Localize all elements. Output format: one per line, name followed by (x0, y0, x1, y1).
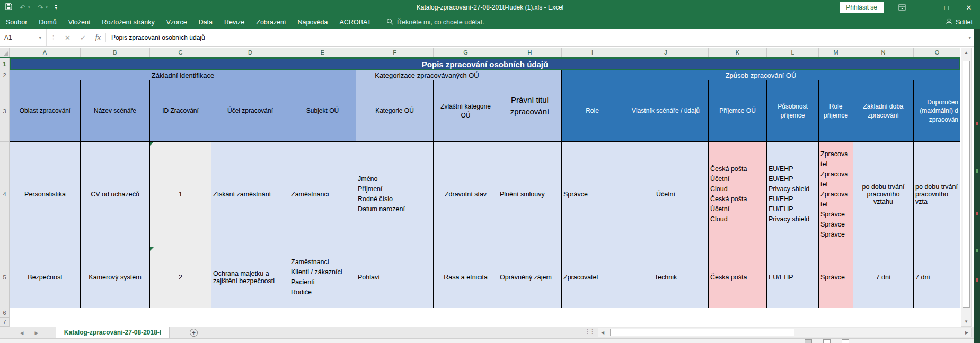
header-id[interactable]: ID Zracování (150, 80, 211, 142)
column-header-e[interactable]: E (289, 48, 356, 57)
header-pravni-titul[interactable]: Právní titul zpracování (498, 70, 562, 142)
cell-prijemce-1[interactable]: Česká pošta Účetní Cloud Česká pošta Úče… (709, 142, 767, 247)
customize-qat-icon[interactable]: ▾ (55, 5, 57, 10)
tab-napoveda[interactable]: Nápověda (292, 15, 334, 29)
header-subjekt[interactable]: Subjekt OÚ (289, 80, 356, 142)
sign-in-button[interactable]: Přihlásit se (840, 2, 884, 13)
select-all-button[interactable] (0, 48, 10, 57)
cell-nazev-2[interactable]: Kamerový systém (81, 247, 150, 308)
cell-zvlastni-2[interactable]: Rasa a etnicita (434, 247, 498, 308)
formula-input[interactable]: Popis zpracování osobních údajů (106, 34, 974, 41)
row-header-3[interactable]: 3 (0, 80, 10, 142)
tab-rozlozeni-stranky[interactable]: Rozložení stránky (96, 15, 160, 29)
band-zakladni-identifikace[interactable]: Základní identifikace (10, 70, 356, 80)
prev-sheet-icon[interactable]: ◀ (16, 327, 28, 339)
tab-soubor[interactable]: Soubor (0, 15, 33, 29)
column-header-n[interactable]: N (853, 48, 914, 57)
view-page-layout-button[interactable] (823, 339, 831, 343)
scroll-up-icon[interactable]: ▲ (961, 48, 971, 57)
header-pusobnost[interactable]: Působnost příjemce (767, 80, 819, 142)
tell-me-box[interactable]: Řekněte mi, co chcete udělat. (386, 18, 484, 26)
tab-domu[interactable]: Domů (33, 15, 62, 29)
column-header-h[interactable]: H (498, 48, 562, 57)
undo-icon[interactable]: ↶ (20, 4, 25, 12)
header-oblast[interactable]: Oblast zpracování (10, 80, 81, 142)
cell-oblast-1[interactable]: Personalistika (10, 142, 81, 247)
cell-subjekt-2[interactable]: Zaměstnanci Klienti / zákazníci Pacienti… (289, 247, 356, 308)
cell-zvlastni-1[interactable]: Zdravotní stav (434, 142, 498, 247)
ribbon-display-options-icon[interactable] (891, 0, 913, 15)
column-header-b[interactable]: B (81, 48, 150, 57)
cell-subjekt-1[interactable]: Zaměstnanci (289, 142, 356, 247)
cell-zakladni-doba-2[interactable]: 7 dní (853, 247, 914, 308)
cell-title[interactable]: Popis zpracování osobních údajů (10, 58, 960, 70)
cell-zakladni-doba-1[interactable]: po dobu trvání pracovního vztahu (853, 142, 914, 247)
insert-function-icon[interactable]: fx (91, 33, 106, 42)
maximize-button[interactable]: □ (935, 0, 958, 15)
tab-acrobat[interactable]: ACROBAT (334, 15, 377, 29)
horizontal-scrollbar[interactable]: ◀ ▶ (598, 328, 972, 337)
empty-row[interactable] (10, 308, 960, 318)
row-header-5[interactable]: 5 (0, 247, 10, 308)
scroll-right-icon[interactable]: ▶ (963, 328, 971, 337)
share-button[interactable]: Sdílet (946, 15, 973, 29)
column-header-d[interactable]: D (211, 48, 289, 57)
cell-oblast-2[interactable]: Bezpečnost (10, 247, 81, 308)
save-icon[interactable] (5, 3, 12, 12)
scroll-down-icon[interactable]: ▼ (961, 317, 971, 326)
cell-ucel-2[interactable]: Ochrana majetku a zajištění bezpečnosti (211, 247, 289, 308)
header-zvlastni[interactable]: Zvláštní kategorie OÚ (434, 80, 498, 142)
tab-vlozeni[interactable]: Vložení (63, 15, 96, 29)
column-header-c[interactable]: C (150, 48, 211, 57)
header-vlastnik[interactable]: Vlastník scénáře / údajů (623, 80, 709, 142)
tab-data[interactable]: Data (193, 15, 218, 29)
header-doporucena[interactable]: Doporučen (maximální) d zpracován (914, 80, 960, 142)
row-header-2[interactable]: 2 (0, 70, 10, 80)
column-header-g[interactable]: G (434, 48, 498, 57)
band-zpusob-zpracovani[interactable]: Způsob zpracování OÚ (562, 70, 960, 80)
column-header-m[interactable]: M (819, 48, 853, 57)
cell-pravni-1[interactable]: Plnění smlouvy (498, 142, 562, 247)
header-role[interactable]: Role (562, 80, 623, 142)
cell-nazev-1[interactable]: CV od uchazečů (81, 142, 150, 247)
header-ucel[interactable]: Účel zpracování (211, 80, 289, 142)
redo-icon[interactable]: ↷ (37, 4, 43, 12)
view-normal-button[interactable] (805, 339, 812, 343)
column-header-k[interactable]: K (709, 48, 767, 57)
cell-id-1[interactable]: 1 (150, 142, 211, 247)
cell-role-prijemce-1[interactable]: Zpracova tel Zpracova tel Zpracova tel S… (819, 142, 853, 247)
cell-role-1[interactable]: Správce (562, 142, 623, 247)
horizontal-scrollbar-thumb[interactable] (610, 329, 794, 336)
cell-prijemce-2[interactable]: Česká pošta (709, 247, 767, 308)
cell-kategorie-1[interactable]: Jméno Příjmení Rodné číslo Datum narozen… (356, 142, 434, 247)
cell-role-prijemce-2[interactable]: Správce (819, 247, 853, 308)
next-sheet-icon[interactable]: ▶ (31, 327, 42, 339)
vertical-scrollbar[interactable]: ▲ ▼ (961, 48, 972, 327)
view-page-break-button[interactable] (842, 339, 849, 343)
header-role-prijemce[interactable]: Role příjemce (819, 80, 853, 142)
column-header-o[interactable]: O (914, 48, 960, 57)
cell-vlastnik-2[interactable]: Technik (623, 247, 709, 308)
redo-dropdown-icon[interactable]: ▾ (46, 5, 48, 10)
sheet-tab-active[interactable]: Katalog-zpracování-27-08-2018-l (56, 327, 170, 339)
row-header-4[interactable]: 4 (0, 142, 10, 247)
cancel-entry-icon[interactable]: ✕ (60, 34, 75, 42)
column-header-i[interactable]: I (562, 48, 623, 57)
header-nazev[interactable]: Název scénáře (81, 80, 150, 142)
cell-doporucena-2[interactable]: 7 dní (914, 247, 960, 308)
cell-doporucena-1[interactable]: po dobu trvání pracovního vzta (914, 142, 960, 247)
cell-pusobnost-2[interactable]: EU/EHP (767, 247, 819, 308)
undo-dropdown-icon[interactable]: ▾ (28, 5, 30, 10)
header-zakladni-doba[interactable]: Základní doba zpracování (853, 80, 914, 142)
expand-formula-bar-icon[interactable]: ▾ (968, 35, 971, 40)
vertical-scrollbar-thumb[interactable] (963, 61, 970, 308)
confirm-entry-icon[interactable]: ✓ (75, 34, 91, 42)
cell-role-2[interactable]: Zpracovatel (562, 247, 623, 308)
column-header-l[interactable]: L (767, 48, 819, 57)
name-box-dropdown-icon[interactable]: ▾ (39, 35, 41, 40)
column-header-a[interactable]: A (10, 48, 81, 57)
column-header-j[interactable]: J (623, 48, 709, 57)
scroll-left-icon[interactable]: ◀ (598, 328, 607, 337)
add-sheet-icon[interactable]: + (190, 329, 198, 337)
header-prijemce[interactable]: Příjemce OÚ (709, 80, 767, 142)
